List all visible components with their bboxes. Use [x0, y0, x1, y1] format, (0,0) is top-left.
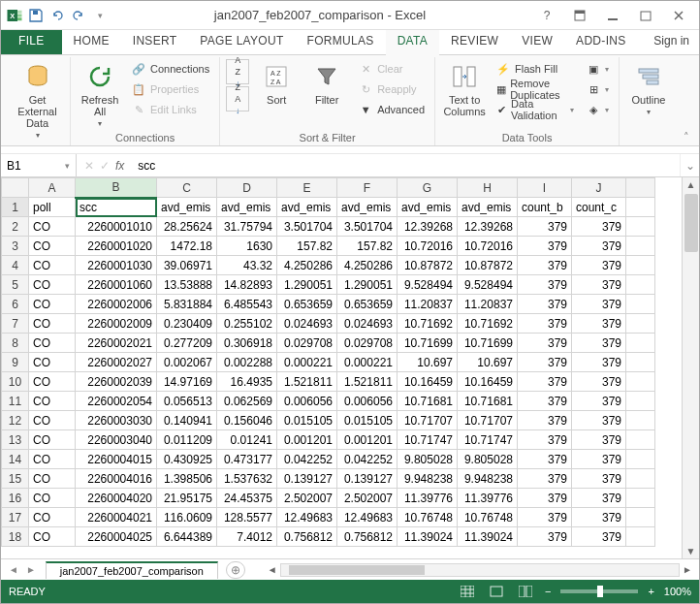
clear-filter-button[interactable]: ✕Clear [354, 59, 429, 79]
cell[interactable]: 379 [518, 334, 572, 353]
cell[interactable]: 10.71699 [398, 334, 458, 353]
cell[interactable]: 379 [572, 469, 626, 489]
cell[interactable]: 6.485543 [217, 295, 277, 314]
row-header[interactable]: 18 [2, 527, 29, 547]
cell[interactable]: 11.20837 [398, 295, 458, 314]
cell[interactable]: 0.230409 [157, 314, 217, 334]
cell[interactable]: 1.521811 [277, 372, 337, 392]
zoom-level[interactable]: 100% [664, 586, 691, 597]
cell[interactable]: 379 [518, 469, 572, 489]
cell[interactable]: 10.76748 [398, 508, 458, 527]
cell[interactable]: 11.39776 [458, 489, 518, 508]
cell[interactable]: 0.756812 [337, 527, 398, 547]
cell[interactable]: 379 [518, 353, 572, 372]
row-header[interactable]: 5 [2, 275, 29, 295]
cell[interactable]: 0.062569 [217, 392, 277, 411]
cell[interactable]: 2260003040 [76, 430, 157, 450]
cell[interactable]: 10.72016 [458, 237, 518, 256]
cell[interactable]: 0.000221 [337, 353, 398, 372]
cell[interactable]: CO [29, 314, 76, 334]
cell[interactable]: 379 [518, 489, 572, 508]
cell[interactable]: 0.156046 [217, 411, 277, 430]
cell[interactable]: 31.75794 [217, 217, 277, 237]
cell[interactable]: poll [29, 198, 76, 217]
cell[interactable]: 28.25624 [157, 217, 217, 237]
normal-view-icon[interactable] [458, 584, 477, 599]
row-header[interactable]: 2 [2, 217, 29, 237]
row-header[interactable]: 4 [2, 256, 29, 275]
sort-az-button[interactable]: AZ↓ [226, 59, 249, 84]
tab-file[interactable]: FILE [1, 30, 62, 54]
cell[interactable]: CO [29, 508, 76, 527]
cell[interactable]: 10.697 [398, 353, 458, 372]
cell[interactable]: 12.49683 [277, 508, 337, 527]
cell[interactable]: 10.16459 [398, 372, 458, 392]
maximize-button[interactable] [629, 4, 662, 27]
cell[interactable]: 11.20837 [458, 295, 518, 314]
zoom-in-button[interactable]: + [648, 586, 653, 597]
cell[interactable]: 2260004021 [76, 508, 157, 527]
zoom-slider[interactable] [560, 589, 638, 593]
flash-fill-button[interactable]: ⚡Flash Fill [492, 59, 578, 79]
cell[interactable]: 0.006056 [337, 392, 398, 411]
cell[interactable]: 2260002006 [76, 295, 157, 314]
column-header-G[interactable]: G [398, 178, 458, 198]
cell[interactable]: 9.528494 [458, 275, 518, 295]
cell[interactable]: 4.250286 [337, 256, 398, 275]
cell[interactable]: 9.948238 [398, 469, 458, 489]
cell[interactable]: 379 [518, 314, 572, 334]
row-header[interactable]: 3 [2, 237, 29, 256]
cell[interactable]: CO [29, 372, 76, 392]
cell[interactable]: 0.029708 [277, 334, 337, 353]
column-header-E[interactable]: E [277, 178, 337, 198]
cell[interactable]: 11.39024 [398, 527, 458, 547]
cell[interactable]: 7.4012 [217, 527, 277, 547]
cell[interactable]: 11.39024 [458, 527, 518, 547]
cell[interactable]: 1630 [217, 237, 277, 256]
cell[interactable]: avd_emis [217, 198, 277, 217]
close-button[interactable] [662, 4, 695, 27]
tab-data[interactable]: DATA [386, 30, 439, 54]
cell[interactable]: 10.71699 [458, 334, 518, 353]
formula-input[interactable] [132, 154, 680, 176]
connections-button[interactable]: 🔗Connections [127, 59, 213, 79]
scroll-thumb[interactable] [684, 194, 698, 252]
cell[interactable]: 379 [572, 275, 626, 295]
row-header[interactable]: 8 [2, 334, 29, 353]
cell[interactable]: 379 [572, 450, 626, 469]
cell[interactable]: 12.49683 [337, 508, 398, 527]
cell[interactable]: 379 [572, 430, 626, 450]
qat-customize-icon[interactable]: ▾ [90, 6, 110, 25]
remove-duplicates-button[interactable]: ▦Remove Duplicates [492, 79, 578, 99]
cell[interactable]: 116.0609 [157, 508, 217, 527]
sort-button[interactable]: A ZZ A Sort [253, 59, 300, 108]
cell[interactable]: 0.042252 [277, 450, 337, 469]
fx-icon[interactable]: fx [115, 159, 124, 173]
cell[interactable]: 0.000221 [277, 353, 337, 372]
tab-insert[interactable]: INSERT [121, 30, 189, 54]
cell[interactable]: CO [29, 217, 76, 237]
horizontal-scrollbar[interactable]: ◄ ► [265, 563, 695, 577]
scroll-up-icon[interactable]: ▲ [684, 177, 698, 192]
collapse-ribbon-button[interactable]: ˄ [678, 129, 695, 145]
cell[interactable]: 1.290051 [277, 275, 337, 295]
cell[interactable]: 0.139127 [337, 469, 398, 489]
edit-links-button[interactable]: ✎Edit Links [127, 100, 213, 119]
cell[interactable]: 0.056513 [157, 392, 217, 411]
cell[interactable]: 379 [518, 217, 572, 237]
cell[interactable]: 379 [572, 372, 626, 392]
cell[interactable]: 1472.18 [157, 237, 217, 256]
cell[interactable]: CO [29, 295, 76, 314]
relationships-button[interactable]: ◈▾ [582, 100, 613, 119]
cell[interactable]: CO [29, 489, 76, 508]
cell[interactable]: 12.39268 [398, 217, 458, 237]
cell[interactable]: 2260002021 [76, 334, 157, 353]
cell[interactable]: CO [29, 353, 76, 372]
accept-formula-icon[interactable]: ✓ [100, 159, 110, 173]
cell[interactable]: 157.82 [277, 237, 337, 256]
cell[interactable]: 43.32 [217, 256, 277, 275]
scroll-down-icon[interactable]: ▼ [684, 544, 698, 558]
cell[interactable]: CO [29, 527, 76, 547]
tab-nav-prev[interactable]: ◄ [5, 564, 22, 575]
column-header-J[interactable]: J [572, 178, 626, 198]
